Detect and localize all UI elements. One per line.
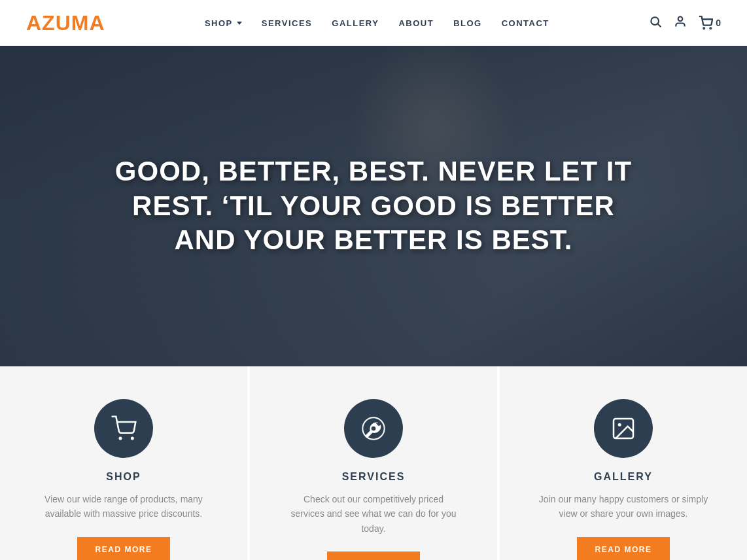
nav-item-gallery[interactable]: GALLERY [332, 18, 379, 28]
services-read-more-button[interactable]: READ MORE [327, 551, 421, 560]
feature-card-services: SERVICES Check out our competitively pri… [250, 366, 500, 560]
nav-item-services[interactable]: SERVICES [262, 18, 313, 28]
services-wrench-icon [360, 415, 387, 442]
nav-item-about[interactable]: ABOUT [398, 18, 434, 28]
feature-card-shop: SHOP View our wide range of products, ma… [0, 366, 250, 560]
services-description: Check out our competitively priced servi… [288, 492, 459, 536]
login-button[interactable] [674, 15, 687, 31]
nav-item-blog[interactable]: BLOG [453, 18, 482, 28]
feature-card-gallery: GALLERY Join our many happy customers or… [500, 366, 747, 560]
chevron-down-icon [237, 22, 242, 25]
svg-point-2 [678, 16, 683, 21]
shop-cart-icon [111, 415, 137, 442]
gallery-title: GALLERY [594, 471, 653, 483]
services-icon-circle [344, 399, 403, 458]
svg-point-10 [618, 423, 621, 427]
hero-section: GOOD, BETTER, BEST. NEVER LET IT REST. ‘… [0, 46, 747, 366]
cart-icon [699, 16, 713, 30]
nav-item-contact[interactable]: CONTACT [502, 18, 549, 28]
header-icons: 0 [649, 15, 721, 31]
hero-headline: GOOD, BETTER, BEST. NEVER LET IT REST. ‘… [99, 154, 648, 258]
cart-button[interactable]: 0 [699, 16, 721, 30]
gallery-image-icon [610, 415, 636, 442]
shop-title: SHOP [106, 471, 141, 483]
header: AZUMA SHOP SERVICES GALLERY ABOUT BLOG C… [0, 0, 747, 46]
shop-read-more-button[interactable]: READ MORE [77, 537, 171, 560]
svg-point-5 [119, 437, 122, 440]
svg-point-0 [651, 17, 659, 25]
gallery-read-more-button[interactable]: READ MORE [577, 537, 670, 560]
user-icon [674, 15, 687, 28]
features-section: SHOP View our wide range of products, ma… [0, 366, 747, 560]
main-nav: SHOP SERVICES GALLERY ABOUT BLOG CONTACT [205, 18, 549, 28]
cart-count: 0 [716, 18, 721, 28]
brand-logo[interactable]: AZUMA [26, 11, 105, 35]
search-button[interactable] [649, 15, 662, 31]
svg-point-8 [372, 427, 376, 431]
gallery-icon-circle [594, 399, 653, 458]
services-title: SERVICES [342, 471, 406, 483]
shop-description: View our wide range of products, many av… [39, 492, 209, 521]
shop-icon-circle [94, 399, 153, 458]
gallery-description: Join our many happy customers or simply … [538, 492, 708, 521]
svg-point-6 [131, 437, 134, 440]
svg-line-1 [658, 24, 661, 27]
nav-item-shop[interactable]: SHOP [205, 18, 242, 28]
svg-point-4 [710, 27, 712, 29]
svg-point-3 [704, 27, 705, 29]
search-icon [649, 15, 662, 28]
hero-content: GOOD, BETTER, BEST. NEVER LET IT REST. ‘… [46, 154, 701, 258]
